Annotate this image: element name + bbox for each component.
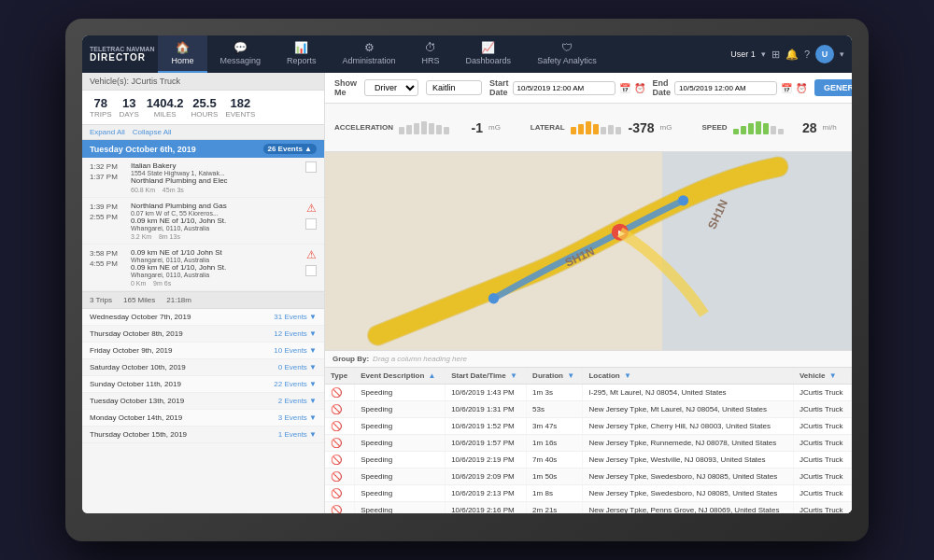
table-row[interactable]: 🚫 Speeding 10/6/2019 1:57 PM 1m 16s New … bbox=[325, 435, 852, 452]
cell-vehicle: JCurtis Truck bbox=[793, 469, 851, 485]
table-row[interactable]: 🚫 Speeding 10/6/2019 2:09 PM 1m 50s New … bbox=[325, 469, 852, 485]
trip-end-loc: Northland Plumbing and Elec bbox=[131, 176, 300, 185]
trip-meta: 60.8 Km 45m 3s bbox=[131, 187, 300, 193]
date-group-oct9[interactable]: Friday October 9th, 2019 10 Events ▼ bbox=[82, 343, 324, 359]
group-by-label: Group By: bbox=[333, 355, 369, 363]
gauge-bar bbox=[741, 126, 746, 134]
nav-tab-reports[interactable]: 📊 Reports bbox=[274, 35, 330, 73]
days-value: 13 bbox=[122, 96, 135, 110]
question-icon[interactable]: ? bbox=[804, 49, 810, 60]
cell-duration: 3m 47s bbox=[527, 418, 583, 435]
date-group-oct14[interactable]: Monday October 14th, 2019 3 Events ▼ bbox=[82, 410, 324, 427]
end-date-field: End Date 📅 ⏰ bbox=[653, 78, 808, 97]
expand-all-button[interactable]: Expand All bbox=[90, 128, 125, 136]
nav-tab-safety[interactable]: 🛡 Safety Analytics bbox=[524, 35, 610, 73]
trip-item[interactable]: 1:32 PM1:37 PM Italian Bakery 1554 State… bbox=[82, 158, 324, 198]
trip-item[interactable]: 1:39 PM2:55 PM Northland Plumbing and Ga… bbox=[82, 198, 324, 245]
map-area[interactable]: ▶ SH1N SH1N bbox=[325, 152, 852, 350]
col-start[interactable]: Start Date/Time ▼ bbox=[446, 368, 527, 385]
nav-tab-dashboards[interactable]: 📈 Dashboards bbox=[453, 35, 525, 73]
date-group-oct11[interactable]: Sunday October 11th, 2019 22 Events ▼ bbox=[82, 376, 324, 393]
col-description[interactable]: Event Description ▲ bbox=[355, 368, 446, 385]
gauge-bar bbox=[601, 127, 606, 134]
trip-addr: 0.07 km W of C, 55 Kioreros... bbox=[131, 210, 300, 217]
table-row[interactable]: 🚫 Speeding 10/6/2019 2:13 PM 1m 8s New J… bbox=[325, 485, 852, 502]
speed-label: SPEED bbox=[701, 123, 727, 132]
date-group-oct15[interactable]: Thursday October 15th, 2019 1 Events ▼ bbox=[82, 427, 324, 443]
avatar-chevron-icon[interactable]: ▾ bbox=[840, 49, 844, 59]
nav-tab-home[interactable]: 🏠 Home bbox=[158, 35, 206, 73]
grid-icon[interactable]: ⊞ bbox=[771, 49, 780, 61]
nav-tab-hrs[interactable]: ⏱ HRS bbox=[409, 35, 453, 73]
nav-tab-messaging[interactable]: 💬 Messaging bbox=[207, 35, 275, 73]
date-group-oct10[interactable]: Saturday October 10th, 2019 0 Events ▼ bbox=[82, 359, 324, 376]
trip-time: 1:32 PM1:37 PM bbox=[90, 161, 125, 182]
bell-icon[interactable]: 🔔 bbox=[785, 49, 799, 61]
speed-icon: 🚫 bbox=[331, 421, 342, 431]
cell-type: 🚫 bbox=[325, 469, 355, 485]
gauge-bar bbox=[748, 123, 754, 134]
speed-icon: 🚫 bbox=[331, 471, 342, 482]
avatar[interactable]: U bbox=[815, 45, 834, 63]
date-group-oct8[interactable]: Thursday October 8th, 2019 12 Events ▼ bbox=[82, 326, 324, 343]
end-clock-icon[interactable]: ⏰ bbox=[796, 83, 807, 93]
trip-checkbox[interactable] bbox=[305, 218, 317, 230]
safety-icon: 🛡 bbox=[561, 41, 573, 54]
col-location[interactable]: Location ▼ bbox=[583, 368, 794, 385]
trip-start-loc: Northland Plumbing and Gas bbox=[131, 202, 300, 210]
end-calendar-icon[interactable]: 📅 bbox=[781, 83, 792, 93]
expand-collapse-row: Expand All Collapse All bbox=[82, 125, 324, 140]
cell-start: 10/6/2019 1:31 PM bbox=[446, 401, 527, 418]
driver-name-input[interactable] bbox=[426, 80, 482, 95]
date-label: Thursday October 15th, 2019 bbox=[90, 430, 187, 439]
calendar-icon[interactable]: 📅 bbox=[619, 83, 630, 93]
stat-miles: 1404.2 Miles bbox=[147, 96, 184, 119]
driver-select[interactable]: Driver bbox=[364, 79, 418, 96]
table-row[interactable]: 🚫 Speeding 10/6/2019 1:31 PM 53s New Jer… bbox=[325, 401, 852, 418]
end-date-input[interactable] bbox=[674, 81, 777, 95]
speed-gauge bbox=[733, 121, 784, 134]
date-group-oct7[interactable]: Wednesday October 7th, 2019 31 Events ▼ bbox=[82, 309, 324, 326]
data-table[interactable]: Type Event Description ▲ Start Date/Time… bbox=[325, 368, 852, 513]
gauge-bar bbox=[436, 125, 442, 134]
stats-row: 78 Trips 13 Days 1404.2 Miles 25.5 Hours bbox=[82, 91, 324, 125]
events-table: Type Event Description ▲ Start Date/Time… bbox=[325, 368, 852, 513]
start-date-input[interactable] bbox=[513, 81, 616, 95]
cell-duration: 2m 21s bbox=[527, 502, 583, 514]
messaging-icon: 💬 bbox=[234, 41, 248, 54]
gauge-bar bbox=[756, 121, 761, 134]
date-group-oct13[interactable]: Tuesday October 13th, 2019 2 Events ▼ bbox=[82, 393, 324, 410]
generate-button[interactable]: GENERATE bbox=[814, 79, 852, 96]
date-label: Friday October 9th, 2019 bbox=[90, 346, 173, 355]
table-row[interactable]: 🚫 Speeding 10/6/2019 2:16 PM 2m 21s New … bbox=[325, 502, 852, 514]
col-duration[interactable]: Duration ▼ bbox=[527, 368, 583, 385]
trip-start-loc: 0.09 km NE of 1/10 John St bbox=[131, 248, 300, 257]
nav-tab-administration[interactable]: ⚙ Administration bbox=[330, 35, 409, 73]
trip-checkbox[interactable] bbox=[305, 265, 317, 276]
miles-value: 1404.2 bbox=[147, 96, 184, 110]
nav-tab-hrs-label: HRS bbox=[422, 56, 440, 65]
cell-vehicle: JCurtis Truck bbox=[793, 401, 851, 418]
date-group-oct6[interactable]: Tuesday October 6th, 2019 26 Events ▲ bbox=[82, 140, 324, 158]
table-row[interactable]: 🚫 Speeding 10/6/2019 1:52 PM 3m 47s New … bbox=[325, 418, 852, 435]
main-area: Vehicle(s): JCurtis Truck 78 Trips 13 Da… bbox=[82, 73, 852, 513]
trip-item[interactable]: 3:58 PM4:55 PM 0.09 km NE of 1/10 John S… bbox=[82, 245, 324, 291]
cell-location: New Jersey Tpke, Cherry Hill, NJ 08003, … bbox=[583, 418, 794, 435]
col-type[interactable]: Type bbox=[325, 368, 355, 385]
cell-start: 10/6/2019 2:13 PM bbox=[446, 485, 527, 502]
col-vehicle[interactable]: Vehicle ▼ bbox=[793, 368, 851, 385]
table-row[interactable]: 🚫 Speeding 10/6/2019 2:19 PM 7m 40s New … bbox=[325, 452, 852, 469]
nav-tabs: 🏠 Home 💬 Messaging 📊 Reports ⚙ Administr… bbox=[158, 35, 730, 73]
days-label: Days bbox=[120, 110, 139, 119]
cell-description: Speeding bbox=[355, 502, 446, 514]
chevron-down-icon[interactable]: ▾ bbox=[761, 49, 766, 59]
speed-icon: 🚫 bbox=[331, 404, 342, 414]
trip-checkbox[interactable] bbox=[305, 161, 317, 173]
clock-icon[interactable]: ⏰ bbox=[634, 83, 645, 93]
show-me-label: Show Me bbox=[334, 78, 357, 97]
table-row[interactable]: 🚫 Speeding 10/6/2019 1:43 PM 1m 3s I-295… bbox=[325, 385, 852, 401]
cell-duration: 53s bbox=[527, 401, 583, 418]
speed-icon: 🚫 bbox=[331, 455, 342, 465]
collapse-all-button[interactable]: Collapse All bbox=[133, 128, 172, 136]
summary-time: 21:18m bbox=[166, 296, 191, 304]
